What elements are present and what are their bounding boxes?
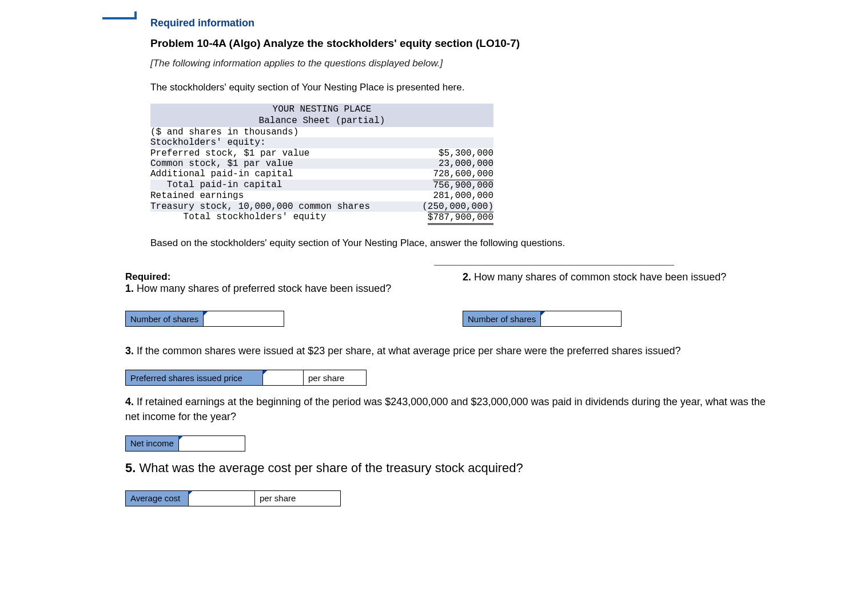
q2-answer-label: Number of shares bbox=[463, 311, 541, 326]
question-4-text: 4. If retained earnings at the beginning… bbox=[125, 395, 777, 423]
question-2-text: 2. How many shares of common stock have … bbox=[463, 271, 777, 283]
divider-line bbox=[434, 265, 674, 266]
question-3-text: 3. If the common shares were issued at $… bbox=[125, 344, 777, 358]
bs-row-label: Treasury stock, 10,000,000 common shares bbox=[150, 201, 370, 212]
q5-answer-input[interactable] bbox=[189, 491, 254, 506]
bs-note: ($ and shares in thousands) bbox=[150, 127, 298, 137]
problem-title: Problem 10-4A (Algo) Analyze the stockho… bbox=[150, 37, 777, 50]
q5-answer-group: Average cost per share bbox=[125, 490, 341, 506]
balance-sheet-table: YOUR NESTING PLACE Balance Sheet (partia… bbox=[150, 104, 493, 225]
bs-row-value: 281,000,000 bbox=[433, 191, 493, 201]
applies-note: [The following information applies to th… bbox=[150, 58, 777, 69]
q3-answer-suffix: per share bbox=[303, 370, 366, 385]
q3-answer-label: Preferred shares issued price bbox=[126, 370, 263, 385]
bs-row-label: Total paid-in capital bbox=[150, 180, 282, 191]
q3-answer-input[interactable] bbox=[263, 370, 303, 385]
q1-answer-label: Number of shares bbox=[126, 311, 204, 326]
page-container: Required information Problem 10-4A (Algo… bbox=[68, 11, 800, 527]
required-information-heading: Required information bbox=[150, 17, 777, 29]
bs-company: YOUR NESTING PLACE bbox=[150, 104, 493, 115]
bs-section: Stockholders' equity: bbox=[150, 137, 266, 148]
bs-subtitle: Balance Sheet (partial) bbox=[150, 115, 493, 126]
q5-answer-suffix: per share bbox=[254, 491, 340, 506]
question-5-text: 5. What was the average cost per share o… bbox=[125, 461, 777, 476]
bs-row-value: 23,000,000 bbox=[439, 159, 493, 169]
q3-answer-group: Preferred shares issued price per share bbox=[125, 370, 367, 386]
bs-row-label: Preferred stock, $1 par value bbox=[150, 148, 309, 159]
q2-answer-input[interactable] bbox=[541, 311, 621, 326]
q1-answer-group: Number of shares bbox=[125, 311, 284, 327]
q1-answer-input[interactable] bbox=[204, 311, 284, 326]
q4-answer-group: Net income bbox=[125, 435, 245, 452]
bs-row-label: Additional paid-in capital bbox=[150, 169, 293, 179]
question-1-text: 1. How many shares of preferred stock ha… bbox=[125, 283, 434, 295]
bs-row-label: Total stockholders' equity bbox=[150, 212, 326, 225]
bs-row-label: Retained earnings bbox=[150, 191, 244, 201]
q2-answer-group: Number of shares bbox=[463, 311, 622, 327]
bs-row-value: 728,600,000 bbox=[433, 169, 493, 179]
bs-row-value: $787,900,000 bbox=[428, 212, 493, 225]
bs-row-value: $5,300,000 bbox=[439, 148, 493, 159]
based-on-text: Based on the stockholders' equity sectio… bbox=[150, 237, 777, 249]
q4-answer-input[interactable] bbox=[179, 436, 245, 451]
section-indicator bbox=[102, 11, 137, 19]
q5-answer-label: Average cost bbox=[126, 491, 189, 506]
bs-row-value: (250,000,000) bbox=[422, 201, 493, 212]
bs-row-value: 756,900,000 bbox=[433, 180, 493, 191]
required-label: Required: bbox=[125, 271, 434, 283]
bs-row-label: Common stock, $1 par value bbox=[150, 159, 293, 169]
q4-answer-label: Net income bbox=[126, 436, 179, 451]
intro-text: The stockholders' equity section of Your… bbox=[150, 82, 777, 93]
